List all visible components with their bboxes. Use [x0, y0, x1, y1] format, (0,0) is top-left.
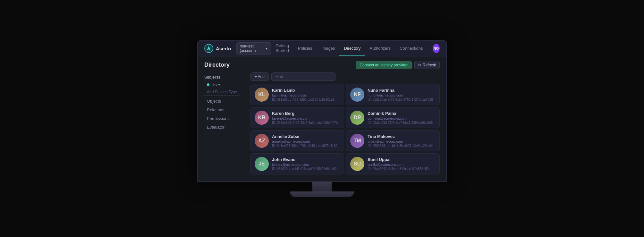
- user-info-tina: Tina Makovec tinam@acmecorp.com ID: 0580…: [368, 134, 436, 148]
- avatar-tina: TM: [350, 134, 364, 148]
- account-selector[interactable]: noa-test (account): [236, 42, 271, 55]
- user-email-nuno: nunof@acmecorp.com: [368, 93, 436, 97]
- avatar-dominik: DP: [350, 111, 364, 125]
- nav-images[interactable]: Images: [317, 41, 340, 56]
- avatar-sunil: SU: [350, 157, 364, 171]
- user-name-annelie: Annelie Zubar: [272, 134, 340, 139]
- user-card-tina[interactable]: TM Tina Makovec tinam@acmecorp.com ID: 0…: [346, 130, 440, 151]
- user-email-karen: karenb@acmecorp.com: [272, 116, 340, 120]
- user-card-karin[interactable]: KL Karin Lamb karinl@acmecorp.com ID: 01…: [250, 84, 344, 105]
- user-email-sunil: sunilu@acmecorp.com: [368, 163, 436, 166]
- user-id-karen: ID: 026dc3e3-4406-43c7-9a3e-cba432b0447b: [272, 121, 340, 124]
- user-card-dominik[interactable]: DP Dominik Paiha dominip@acmecorp.com ID…: [346, 107, 440, 128]
- logo-area: Aserto: [204, 44, 231, 53]
- add-button[interactable]: + Add: [250, 72, 269, 81]
- sidebar: Subjects User Add Subject Type Objects R…: [204, 72, 246, 174]
- avatar-annelie: AZ: [255, 134, 269, 148]
- user-email-dominik: dominip@acmecorp.com: [368, 116, 436, 120]
- account-selector-label: noa-test (account): [240, 44, 264, 53]
- avatar-initials-tina: TM: [350, 134, 364, 148]
- connect-identity-provider-button[interactable]: Connect an identity provider: [356, 61, 412, 69]
- user-card-karen[interactable]: KB Karen Berg karenb@acmecorp.com ID: 02…: [250, 107, 344, 128]
- user-name-john: John Evans: [272, 157, 340, 162]
- sidebar-item-objects[interactable]: Objects: [204, 97, 246, 106]
- main-layout: Subjects User Add Subject Type Objects R…: [198, 72, 446, 181]
- search-input[interactable]: [271, 72, 335, 81]
- user-email-karin: karinl@acmecorp.com: [272, 93, 340, 97]
- user-name-karen: Karen Berg: [272, 111, 340, 116]
- avatar-initials-john: JE: [255, 157, 269, 171]
- header-actions: Connect an identity provider ↻ Refresh: [356, 61, 440, 69]
- sidebar-item-relations[interactable]: Relations: [204, 106, 246, 114]
- user-id-sunil: ID: 06ae3442-d45c-4434-bcbc-8fffc563159c: [368, 167, 436, 171]
- user-id-karin: ID: 011a88bc-7df9-4d92-ba1f-2ff319e101e1: [272, 98, 340, 101]
- avatar-initials-annelie: AZ: [255, 134, 269, 148]
- logo-text: Aserto: [216, 46, 231, 51]
- avatar-initials-karin: KL: [255, 88, 269, 102]
- sidebar-item-user-label: User: [211, 82, 220, 87]
- user-card-sunil[interactable]: SU Sunil Uppal sunilu@acmecorp.com ID: 0…: [346, 153, 440, 174]
- user-info-dominik: Dominik Paiha dominip@acmecorp.com ID: 0…: [368, 111, 436, 124]
- user-info-sunil: Sunil Uppal sunilu@acmecorp.com ID: 06ae…: [368, 157, 436, 171]
- avatar-initials-sunil: SU: [350, 157, 364, 171]
- user-id-dominik: ID: 02abd93d-71f3-4ca7-bba1-929dee6bc5d9: [368, 121, 436, 124]
- users-grid: KL Karin Lamb karinl@acmecorp.com ID: 01…: [250, 84, 440, 174]
- screen-content: Aserto noa-test (account) Getting Starte…: [198, 41, 446, 181]
- monitor-wrapper: Aserto noa-test (account) Getting Starte…: [197, 40, 447, 197]
- topnav: Aserto noa-test (account) Getting Starte…: [198, 41, 446, 56]
- aserto-logo-icon: [204, 44, 213, 53]
- page-title: Directory: [204, 62, 230, 68]
- user-info-nuno: Nuno Farinha nunof@acmecorp.com ID: 01d1…: [368, 88, 436, 101]
- sidebar-item-evaluator[interactable]: Evaluator: [204, 123, 246, 131]
- user-card-annelie[interactable]: AZ Annelie Zubar anneliz@acmecorp.com ID…: [250, 130, 344, 151]
- avatar-karin: KL: [255, 88, 269, 102]
- user-name-sunil: Sunil Uppal: [368, 157, 436, 162]
- user-name-tina: Tina Makovec: [368, 134, 436, 139]
- user-info-john: John Evans johnev@acmecorp.com ID: 06192…: [272, 157, 340, 171]
- nav-authorizers[interactable]: Authorizers: [365, 41, 395, 56]
- user-avatar[interactable]: NO: [433, 44, 440, 53]
- refresh-button[interactable]: ↻ Refresh: [414, 61, 440, 69]
- user-name-karin: Karin Lamb: [272, 88, 340, 93]
- user-email-annelie: anneliz@acmecorp.com: [272, 140, 340, 143]
- monitor-neck: [312, 182, 332, 191]
- add-subject-type-button[interactable]: Add Subject Type: [204, 89, 240, 96]
- avatar-nuno: NF: [350, 88, 364, 102]
- user-id-nuno: ID: 01d1e01e-bf53-419a-9762-17270b1a7328: [368, 98, 436, 101]
- user-id-john: ID: 061929ec-ccb5-407a-ad08-95d26d8cef92: [272, 167, 340, 171]
- toolbar: + Add: [250, 72, 440, 81]
- user-name-nuno: Nuno Farinha: [368, 88, 436, 93]
- monitor-screen: Aserto noa-test (account) Getting Starte…: [197, 40, 447, 182]
- avatar-karen: KB: [255, 111, 269, 125]
- user-id-annelie: ID: 043eef25-992d-4761-b948-1ea1977b4160: [272, 144, 340, 148]
- sidebar-item-user[interactable]: User: [204, 81, 246, 89]
- app-container: Aserto noa-test (account) Getting Starte…: [198, 41, 446, 181]
- content-area: + Add KL Karin Lamb ka: [250, 72, 440, 174]
- nav-links: Getting Started Policies Images Director…: [271, 41, 427, 56]
- nav-connections[interactable]: Connections: [395, 41, 427, 56]
- active-dot: [207, 83, 209, 86]
- user-info-karin: Karin Lamb karinl@acmecorp.com ID: 011a8…: [272, 88, 340, 101]
- avatar-initials-nuno: NF: [350, 88, 364, 102]
- user-id-tina: ID: 05809581-4d1d-4c6b-a895-12e5e129bc04: [368, 144, 436, 148]
- user-card-nuno[interactable]: NF Nuno Farinha nunof@acmecorp.com ID: 0…: [346, 84, 440, 105]
- nav-policies[interactable]: Policies: [293, 41, 317, 56]
- user-email-john: johnev@acmecorp.com: [272, 163, 340, 166]
- user-info-karen: Karen Berg karenb@acmecorp.com ID: 026dc…: [272, 111, 340, 124]
- user-info-annelie: Annelie Zubar anneliz@acmecorp.com ID: 0…: [272, 134, 340, 148]
- refresh-label: Refresh: [423, 63, 436, 67]
- user-name-dominik: Dominik Paiha: [368, 111, 436, 116]
- refresh-icon: ↻: [418, 63, 421, 67]
- nav-getting-started[interactable]: Getting Started: [271, 41, 293, 56]
- user-email-tina: tinam@acmecorp.com: [368, 140, 436, 143]
- avatar-john: JE: [255, 157, 269, 171]
- page-header: Directory Connect an identity provider ↻…: [198, 56, 446, 72]
- avatar-initials-karen: KB: [255, 111, 269, 125]
- nav-directory[interactable]: Directory: [339, 41, 365, 56]
- subjects-section-label: Subjects: [204, 72, 246, 81]
- monitor-base: [290, 191, 354, 197]
- avatar-initials-dominik: DP: [350, 111, 364, 125]
- user-card-john[interactable]: JE John Evans johnev@acmecorp.com ID: 06…: [250, 153, 344, 174]
- sidebar-item-permissions[interactable]: Permissions: [204, 114, 246, 123]
